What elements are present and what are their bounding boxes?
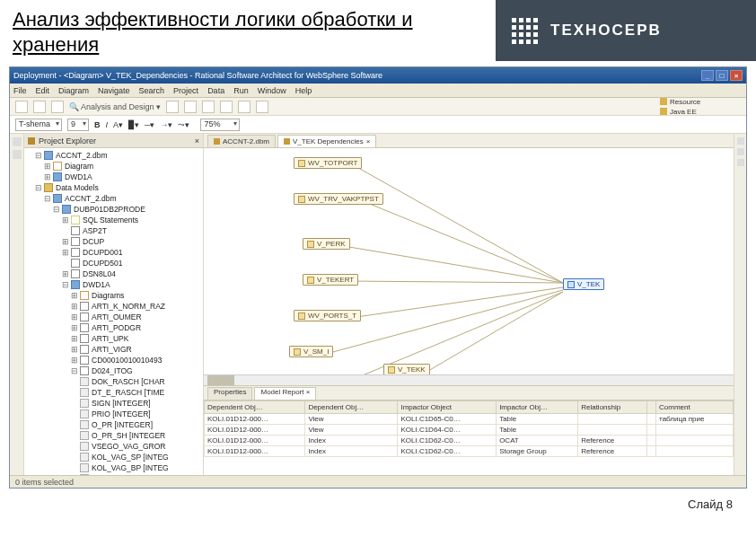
menu-run[interactable]: Run: [233, 86, 249, 95]
report-row[interactable]: KOLI.01D12-000…ViewKOLI.C1D65-C0…Tableта…: [205, 414, 734, 425]
tree-node[interactable]: ⊟Data Models: [26, 182, 201, 193]
tree-node[interactable]: DT_E_RASCH [TIME: [26, 387, 201, 398]
editor-tab-dbm[interactable]: ACCNT-2.dbm: [207, 135, 276, 147]
tree-node[interactable]: ⊞ARTI_VIGR: [26, 344, 201, 355]
diagram-node[interactable]: V_TEKERT: [303, 274, 358, 286]
perspective-javaee[interactable]: Java EE: [670, 108, 697, 116]
menu-project[interactable]: Project: [173, 86, 198, 95]
tree-node[interactable]: ⊞Diagrams: [26, 290, 201, 301]
report-header[interactable]: Impactor Obj…: [497, 401, 578, 414]
diagram-canvas[interactable]: WV_TOTPORT WV_TRV_VAKPTPST V_PERK V_TEKE…: [204, 148, 734, 374]
toolbar-button[interactable]: [202, 101, 215, 113]
tree-node[interactable]: DOK_RASCH [CHAR: [26, 376, 201, 387]
tree-node[interactable]: KOL_VAG_SP [INTEG: [26, 452, 201, 462]
diagram-node[interactable]: WV_TRV_VAKPTPST: [294, 193, 383, 205]
menu-edit[interactable]: Edit: [36, 86, 50, 95]
zoom-dropdown[interactable]: 75%: [200, 119, 240, 131]
report-header[interactable]: Dependent Obj…: [205, 401, 305, 414]
toolstrip-button[interactable]: [737, 137, 744, 145]
menu-file[interactable]: File: [13, 86, 27, 95]
diagram-node[interactable]: V_SM_I: [289, 346, 333, 357]
toolbar-button[interactable]: [15, 101, 28, 113]
menu-window[interactable]: Window: [258, 86, 286, 95]
tree-node[interactable]: ⊟ACCNT_2.dbm: [26, 150, 201, 161]
model-report-grid[interactable]: Dependent Obj…Dependent Obj…Impactor Obj…: [204, 401, 734, 475]
tree-node[interactable]: ⊞DWD1A: [26, 172, 201, 182]
fill-color-button[interactable]: ▉▾: [128, 120, 139, 129]
toolbar-button[interactable]: [256, 101, 268, 113]
tree-node[interactable]: ⊞ARTI_OUMER: [26, 312, 201, 322]
tree-node[interactable]: ⊟DWD1A: [26, 279, 201, 290]
tree-node[interactable]: ⊟D024_ITOG: [26, 365, 201, 376]
menu-help[interactable]: Help: [295, 86, 312, 95]
diagram-node[interactable]: V_TEKK: [383, 364, 430, 374]
canvas-hscrollbar[interactable]: [204, 374, 734, 385]
toolbar-button[interactable]: [51, 101, 64, 113]
report-header[interactable]: Impactor Object: [398, 401, 497, 414]
toolstrip-button[interactable]: [737, 159, 744, 166]
tab-model-report[interactable]: Model Report ×: [254, 387, 316, 400]
tree-node[interactable]: O_PR [INTEGER]: [26, 419, 201, 430]
menu-search[interactable]: Search: [139, 86, 165, 95]
report-header[interactable]: [646, 401, 655, 414]
italic-button[interactable]: I: [106, 120, 109, 129]
report-header[interactable]: Dependent Obj…: [305, 401, 398, 414]
tree-node[interactable]: ⊞CD00010010010493: [26, 355, 201, 365]
report-header[interactable]: Relationship: [578, 401, 646, 414]
diagram-node[interactable]: WV_PORTS_T: [294, 310, 361, 321]
bold-button[interactable]: B: [94, 120, 101, 129]
toolstrip-button[interactable]: [13, 137, 22, 146]
scheme-dropdown[interactable]: T-shema: [15, 119, 62, 131]
diagram-node[interactable]: WV_TOTPORT: [294, 157, 362, 169]
toolbar-button[interactable]: [184, 101, 197, 113]
tree-node[interactable]: ⊞ARTI_UPK: [26, 333, 201, 344]
tree-node[interactable]: SIGN [INTEGER]: [26, 398, 201, 409]
report-row[interactable]: KOLI.01D12-000…IndexKOLI.C1D62-C0…Storag…: [205, 446, 734, 457]
tree-node[interactable]: ⊞DCUP: [26, 236, 201, 247]
router-button[interactable]: ⤳▾: [178, 120, 189, 129]
tree-node[interactable]: ⊞DSN8L04: [26, 268, 201, 279]
tree-node[interactable]: ⊞Diagram: [26, 161, 201, 172]
tree-node[interactable]: ⊟DUBP01DB2PRODE: [26, 204, 201, 215]
line-color-button[interactable]: ─▾: [145, 120, 154, 129]
font-color-button[interactable]: A▾: [113, 120, 123, 129]
tab-close-icon[interactable]: ×: [195, 136, 199, 145]
menu-navigate[interactable]: Navigate: [98, 86, 130, 95]
menu-data[interactable]: Data: [207, 86, 224, 95]
report-header[interactable]: Comment: [656, 401, 734, 414]
tree-node[interactable]: VSEGO_VAG_GROR: [26, 441, 201, 452]
project-tree[interactable]: ⊟ACCNT_2.dbm⊞Diagram⊞DWD1A⊟Data Models⊟A…: [24, 148, 203, 475]
editor-tab-dependencies[interactable]: V_TEK Dependencies ×: [277, 135, 376, 147]
project-explorer-tab[interactable]: Project Explorer ×: [24, 134, 203, 148]
arrow-button[interactable]: →▾: [160, 120, 172, 129]
tree-node[interactable]: ASP2T: [26, 225, 201, 236]
minimize-button[interactable]: _: [701, 70, 714, 81]
report-row[interactable]: KOLI.01D12-000…ViewKOLI.C1D64-C0…Table: [205, 425, 734, 436]
menu-diagram[interactable]: Diagram: [58, 86, 89, 95]
tree-node[interactable]: VSEGO_SP [DECIMA: [26, 473, 201, 475]
toolstrip-button[interactable]: [737, 148, 744, 155]
toolbar-button[interactable]: [238, 101, 251, 113]
toolbar-button[interactable]: [33, 101, 46, 113]
toolstrip-button[interactable]: [13, 150, 22, 159]
tree-node[interactable]: ⊞ARTI_PODGR: [26, 322, 201, 333]
tree-node[interactable]: KOL_VAG_BP [INTEG: [26, 462, 201, 473]
diagram-node[interactable]: V_PERK: [303, 238, 350, 250]
tree-node[interactable]: ⊞DCUPD001: [26, 247, 201, 258]
perspective-resource[interactable]: Resource: [670, 98, 700, 106]
maximize-button[interactable]: □: [716, 70, 728, 81]
tree-node[interactable]: PRIO [INTEGER]: [26, 409, 201, 419]
tab-properties[interactable]: Properties: [207, 387, 252, 400]
tree-node[interactable]: O_PR_SH [INTEGER: [26, 430, 201, 441]
report-row[interactable]: KOLI.01D12-000…IndexKOLI.C1D62-C0…OCATRe…: [205, 436, 734, 446]
close-button[interactable]: ×: [730, 70, 743, 81]
tree-node[interactable]: DCUPD501: [26, 258, 201, 268]
font-size-dropdown[interactable]: 9: [67, 119, 89, 131]
tree-node[interactable]: ⊞ARTI_K_NORM_RAZ: [26, 301, 201, 312]
tree-node[interactable]: ⊟ACCNT_2.dbm: [26, 193, 201, 204]
diagram-node-focal[interactable]: V_TEK: [563, 278, 604, 290]
tab-close-icon[interactable]: ×: [366, 137, 371, 145]
toolbar-button[interactable]: [220, 101, 233, 113]
toolbar-button[interactable]: [166, 101, 179, 113]
tree-node[interactable]: ⊞SQL Statements: [26, 215, 201, 225]
